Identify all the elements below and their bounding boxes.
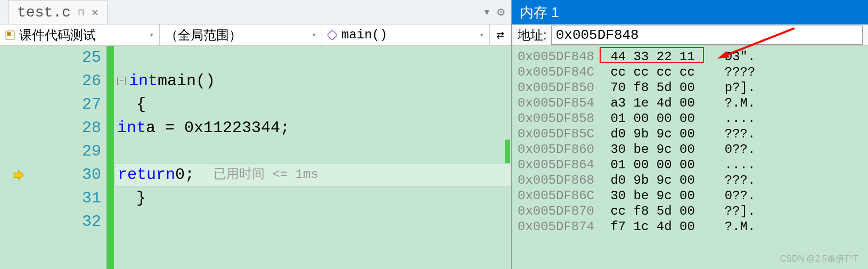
mem-row-bytes: 30 be 9c 00 (603, 142, 709, 157)
file-tab[interactable]: test.c ⊓ ✕ (8, 1, 108, 24)
svg-marker-4 (717, 51, 730, 59)
split-icon: ⇄ (496, 27, 504, 43)
caret-down-icon: ▾ (312, 30, 316, 39)
mem-row-ascii: ??]. (709, 203, 755, 219)
mem-row-bytes: d0 9b 9c 00 (603, 126, 709, 142)
mem-row-ascii: 0??. (709, 142, 755, 157)
caret-down-icon: ▾ (150, 30, 154, 39)
code-text[interactable]: −int main() { int a = 0x11223344; return… (114, 46, 511, 269)
line-number: 27 (0, 93, 101, 116)
change-indicator (505, 140, 510, 163)
line-number-gutter: 25 26 27 28 29 30 31 32 (0, 46, 107, 269)
svg-rect-2 (327, 30, 337, 40)
project-icon (5, 30, 15, 40)
code-area[interactable]: 25 26 27 28 29 30 31 32 −int main() { in… (0, 46, 511, 269)
mem-row-addr: 0x005DF860 (518, 142, 603, 157)
address-label: 地址: (518, 27, 547, 44)
memory-row: 0x005DF86C 30 be 9c 00 0??. (518, 188, 863, 203)
tab-filename: test.c (17, 4, 71, 21)
navigation-bar: 课件代码测试 ▾ （全局范围） ▾ main() ▾ ⇄ (0, 25, 511, 46)
mem-row-bytes: 01 00 00 00 (603, 111, 709, 126)
code-line: } (114, 186, 511, 210)
mem-row-ascii: ???. (709, 126, 755, 142)
scope-dropdown-label: （全局范围） (165, 27, 242, 44)
svg-line-3 (723, 28, 795, 56)
editor-pane: test.c ⊓ ✕ ▾ ⚙ 课件代码测试 ▾ （全局范围） ▾ main() … (0, 0, 511, 269)
mem-row-ascii: ???? (709, 64, 755, 80)
tab-bar-actions: ▾ ⚙ (483, 4, 505, 20)
mem-row-ascii: 0??. (709, 188, 755, 203)
project-dropdown-label: 课件代码测试 (19, 27, 96, 44)
memory-dump[interactable]: 0x005DF848 44 33 22 11 D3".0x005DF84C cc… (512, 46, 868, 269)
mem-row-ascii: .... (709, 157, 755, 173)
line-number: 26 (0, 69, 101, 93)
function-dropdown-label: main() (341, 28, 387, 42)
annotation-arrow-icon (715, 26, 800, 63)
mem-row-bytes: 30 be 9c 00 (603, 188, 709, 203)
mem-row-bytes: cc cc cc cc (603, 64, 709, 80)
mem-row-ascii: ???. (709, 173, 755, 188)
mem-row-bytes: 01 00 00 00 (603, 157, 709, 173)
code-line (114, 140, 511, 163)
close-icon[interactable]: ✕ (92, 5, 99, 20)
caret-down-icon: ▾ (480, 30, 484, 39)
mem-row-bytes: 70 f8 5d 00 (603, 80, 709, 95)
code-line (114, 210, 511, 233)
memory-row: 0x005DF84C cc cc cc cc ???? (518, 64, 863, 80)
function-icon (327, 30, 337, 40)
mem-row-addr: 0x005DF864 (518, 157, 603, 173)
mem-row-addr: 0x005DF868 (518, 173, 603, 188)
mem-row-addr: 0x005DF850 (518, 80, 603, 95)
mem-row-addr: 0x005DF874 (518, 219, 603, 234)
fold-toggle-icon[interactable]: − (117, 77, 126, 85)
line-number: 32 (0, 210, 101, 233)
mem-row-ascii: p?]. (709, 80, 755, 95)
scope-dropdown[interactable]: （全局范围） ▾ (160, 25, 322, 45)
mem-row-addr: 0x005DF854 (518, 95, 603, 111)
execution-pointer-icon (13, 169, 24, 181)
line-number: 29 (0, 140, 101, 163)
code-line: −int main() (114, 69, 511, 93)
code-line (114, 46, 511, 69)
memory-row: 0x005DF850 70 f8 5d 00 p?]. (518, 80, 863, 95)
function-dropdown[interactable]: main() ▾ (322, 25, 490, 45)
code-line: { (114, 93, 511, 116)
mem-row-addr: 0x005DF858 (518, 111, 603, 126)
line-number: 31 (0, 186, 101, 210)
mem-row-addr: 0x005DF848 (518, 49, 603, 64)
svg-rect-1 (7, 32, 11, 36)
mem-row-addr: 0x005DF86C (518, 188, 603, 203)
mem-row-ascii: ?.M. (709, 219, 755, 234)
mem-row-addr: 0x005DF84C (518, 64, 603, 80)
gear-icon[interactable]: ⚙ (497, 4, 505, 20)
memory-row: 0x005DF85C d0 9b 9c 00 ???. (518, 126, 863, 142)
highlight-box (600, 47, 704, 63)
tab-menu-caret-icon[interactable]: ▾ (483, 4, 490, 20)
split-view-button[interactable]: ⇄ (490, 25, 511, 45)
memory-row: 0x005DF868 d0 9b 9c 00 ???. (518, 173, 863, 188)
mem-row-bytes: d0 9b 9c 00 (603, 173, 709, 188)
perf-hint: 已用时间 <= 1ms (214, 163, 318, 186)
line-number: 28 (0, 116, 101, 140)
memory-panel-title: 内存 1 (512, 0, 868, 25)
line-number: 25 (0, 46, 101, 69)
mem-row-ascii: .... (709, 111, 755, 126)
code-line-current: return 0; 已用时间 <= 1ms (114, 163, 511, 186)
address-input[interactable] (551, 26, 863, 45)
pin-icon[interactable]: ⊓ (78, 6, 84, 18)
memory-pane: 内存 1 地址: 0x005DF848 44 33 22 11 D3".0x00… (511, 0, 868, 269)
watermark: CSDN @2.5条悟T^T (780, 254, 858, 265)
mem-row-bytes: cc f8 5d 00 (603, 203, 709, 219)
memory-address-row: 地址: (512, 25, 868, 46)
mem-row-addr: 0x005DF85C (518, 126, 603, 142)
mem-row-bytes: f7 1c 4d 00 (603, 219, 709, 234)
mem-row-addr: 0x005DF870 (518, 203, 603, 219)
mem-row-bytes: a3 1e 4d 00 (603, 95, 709, 111)
code-line: int a = 0x11223344; (114, 116, 511, 140)
change-indicator-bar (107, 46, 114, 269)
mem-row-ascii: ?.M. (709, 95, 755, 111)
memory-row: 0x005DF854 a3 1e 4d 00 ?.M. (518, 95, 863, 111)
project-dropdown[interactable]: 课件代码测试 ▾ (0, 25, 160, 45)
tab-bar: test.c ⊓ ✕ ▾ ⚙ (0, 0, 511, 25)
memory-row: 0x005DF860 30 be 9c 00 0??. (518, 142, 863, 157)
